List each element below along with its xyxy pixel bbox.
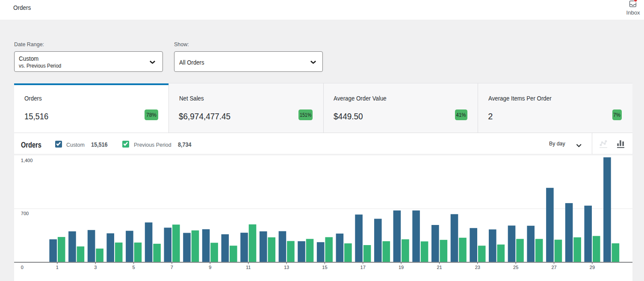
svg-text:15: 15 — [322, 265, 327, 270]
svg-text:17: 17 — [360, 265, 365, 270]
svg-text:1: 1 — [56, 265, 58, 270]
svg-text:23: 23 — [475, 265, 480, 270]
svg-text:19: 19 — [398, 265, 403, 270]
svg-text:0: 0 — [21, 265, 23, 270]
svg-text:29: 29 — [589, 265, 594, 270]
svg-text:13: 13 — [284, 265, 289, 270]
svg-text:25: 25 — [513, 265, 518, 270]
svg-text:1,400: 1,400 — [21, 158, 32, 163]
svg-text:9: 9 — [209, 265, 211, 270]
svg-text:700: 700 — [21, 211, 28, 216]
svg-text:7: 7 — [170, 265, 173, 270]
svg-text:3: 3 — [94, 265, 97, 270]
svg-text:5: 5 — [132, 265, 135, 270]
svg-text:11: 11 — [245, 265, 250, 270]
svg-text:27: 27 — [551, 265, 556, 270]
svg-text:21: 21 — [437, 265, 442, 270]
